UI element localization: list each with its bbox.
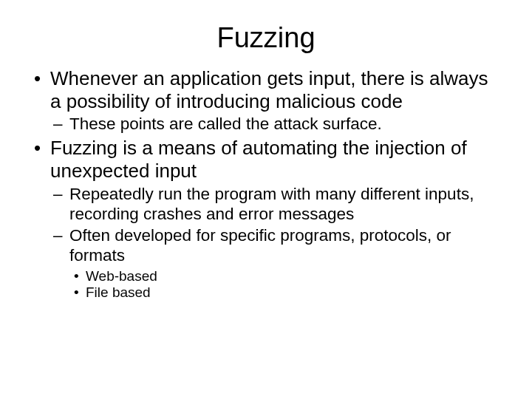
sub-sub-bullet-text: File based bbox=[86, 284, 151, 300]
bullet-item: Fuzzing is a means of automating the inj… bbox=[30, 137, 502, 301]
bullet-list: Whenever an application gets input, ther… bbox=[30, 67, 502, 301]
slide-title: Fuzzing bbox=[30, 22, 502, 54]
bullet-item: Whenever an application gets input, ther… bbox=[30, 67, 502, 134]
sub-bullet-text: Often developed for specific programs, p… bbox=[69, 226, 451, 265]
sub-bullet-item: These points are called the attack surfa… bbox=[50, 114, 502, 134]
sub-sub-bullet-item: Web-based bbox=[69, 268, 502, 285]
sub-bullet-text: Repeatedly run the program with many dif… bbox=[69, 185, 474, 223]
sub-bullet-list: These points are called the attack surfa… bbox=[50, 114, 502, 134]
bullet-text: Fuzzing is a means of automating the inj… bbox=[50, 137, 467, 182]
sub-bullet-list: Repeatedly run the program with many dif… bbox=[50, 184, 502, 302]
bullet-text: Whenever an application gets input, ther… bbox=[50, 67, 488, 112]
sub-bullet-text: These points are called the attack surfa… bbox=[69, 115, 382, 133]
sub-sub-bullet-text: Web-based bbox=[86, 268, 157, 284]
sub-sub-bullet-item: File based bbox=[69, 284, 502, 301]
sub-bullet-item: Often developed for specific programs, p… bbox=[50, 225, 502, 302]
sub-sub-bullet-list: Web-based File based bbox=[69, 268, 502, 302]
sub-bullet-item: Repeatedly run the program with many dif… bbox=[50, 184, 502, 224]
